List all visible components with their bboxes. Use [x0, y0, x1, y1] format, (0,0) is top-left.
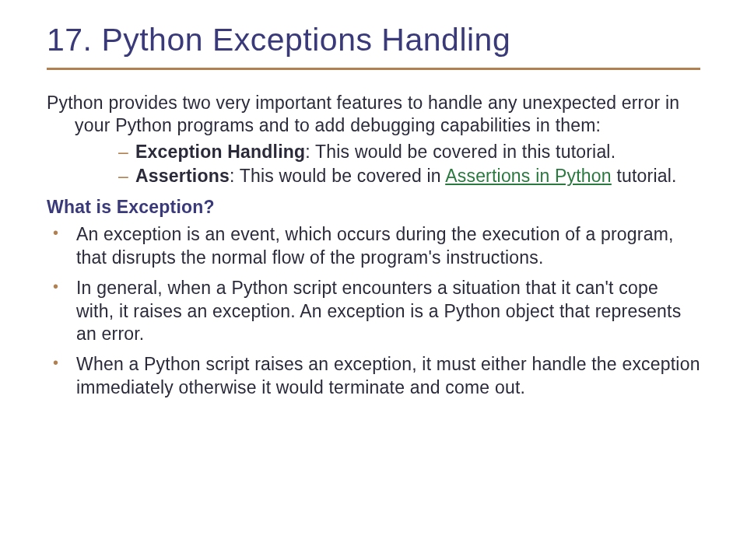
- assertions-link[interactable]: Assertions in Python: [445, 166, 612, 186]
- feature-desc-post: tutorial.: [612, 166, 677, 186]
- title-rule: [47, 68, 700, 70]
- bullet-item: When a Python script raises an exception…: [47, 353, 700, 399]
- feature-desc-pre: : This would be covered in: [230, 166, 445, 186]
- feature-exception-handling: Exception Handling: This would be covere…: [118, 141, 700, 163]
- intro-paragraph: Python provides two very important featu…: [47, 92, 700, 138]
- feature-assertions: Assertions: This would be covered in Ass…: [118, 165, 700, 187]
- slide-content: Python provides two very important featu…: [47, 92, 700, 399]
- slide-title: 17. Python Exceptions Handling: [47, 22, 700, 68]
- subheading-what-is-exception: What is Exception?: [47, 196, 700, 219]
- bullet-item: An exception is an event, which occurs d…: [47, 223, 700, 269]
- slide: 17. Python Exceptions Handling Python pr…: [0, 0, 747, 438]
- bullet-item: In general, when a Python script encount…: [47, 277, 700, 345]
- feature-desc: : This would be covered in this tutorial…: [305, 142, 615, 162]
- feature-name: Exception Handling: [135, 142, 305, 162]
- feature-name: Assertions: [135, 166, 230, 186]
- exception-bullets: An exception is an event, which occurs d…: [47, 223, 700, 399]
- features-list: Exception Handling: This would be covere…: [118, 141, 700, 188]
